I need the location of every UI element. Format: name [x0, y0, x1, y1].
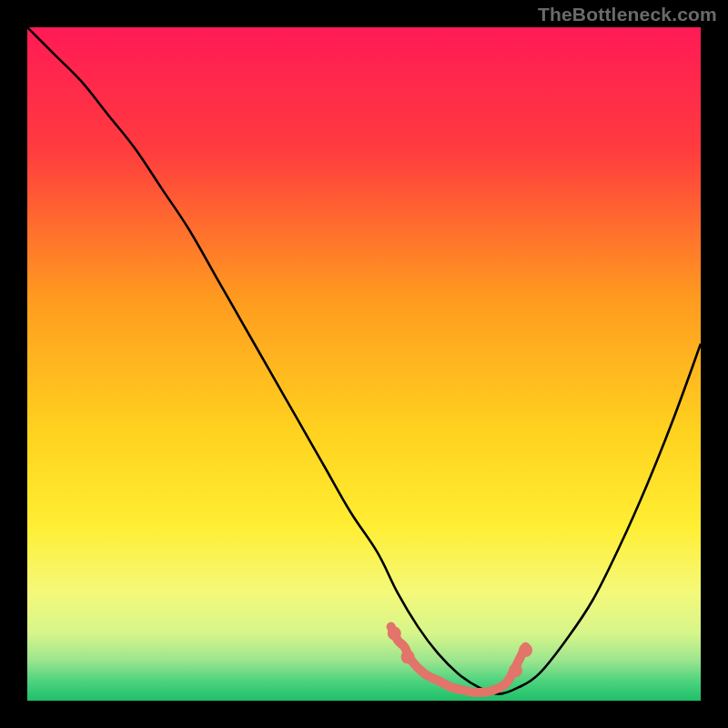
chart-frame: TheBottleneck.com [0, 0, 728, 728]
svg-rect-0 [27, 27, 701, 701]
gradient-background [27, 27, 701, 701]
watermark-text: TheBottleneck.com [538, 4, 717, 25]
plot-area [27, 27, 701, 701]
